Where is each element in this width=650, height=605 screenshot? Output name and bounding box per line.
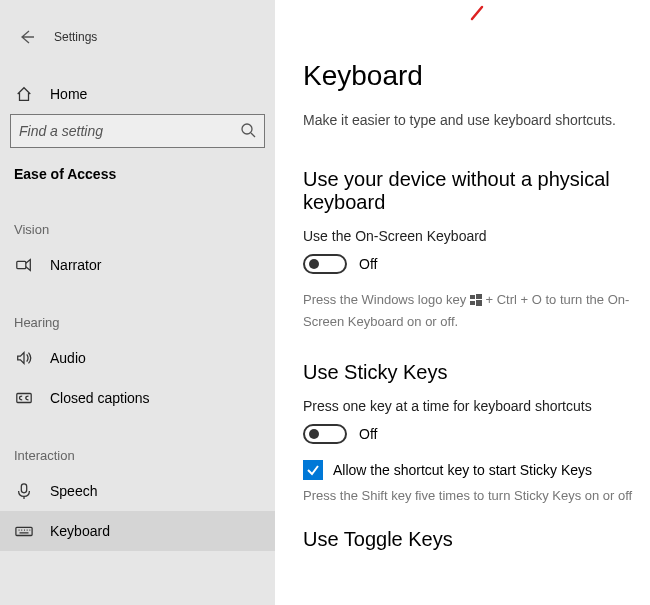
svg-rect-4	[16, 527, 32, 535]
osk-toggle[interactable]	[303, 254, 347, 274]
page-title: Keyboard	[303, 60, 650, 92]
sidebar-item-speech[interactable]: Speech	[0, 471, 275, 511]
sticky-shortcut-checkbox[interactable]	[303, 460, 323, 480]
home-icon	[14, 84, 34, 104]
narrator-icon	[14, 255, 34, 275]
osk-hint: Press the Windows logo key + Ctrl + O to…	[303, 290, 650, 331]
osk-toggle-state: Off	[359, 256, 377, 272]
sticky-toggle[interactable]	[303, 424, 347, 444]
sidebar-item-narrator[interactable]: Narrator	[0, 245, 275, 285]
section-heading-osk: Use your device without a physical keybo…	[303, 168, 650, 214]
main-panel: Keyboard Make it easier to type and use …	[275, 0, 650, 605]
osk-label: Use the On-Screen Keyboard	[303, 228, 650, 244]
group-vision: Vision	[0, 192, 275, 245]
sidebar-item-closed-captions[interactable]: Closed captions	[0, 378, 275, 418]
sidebar-item-label: Keyboard	[50, 523, 110, 539]
search-input[interactable]	[10, 114, 265, 148]
sidebar-item-label: Audio	[50, 350, 86, 366]
audio-icon	[14, 348, 34, 368]
sidebar-item-label: Narrator	[50, 257, 101, 273]
sidebar-item-label: Speech	[50, 483, 97, 499]
section-heading-togglekeys: Use Toggle Keys	[303, 528, 650, 551]
back-icon[interactable]	[18, 28, 36, 46]
microphone-icon	[14, 481, 34, 501]
svg-rect-5	[470, 295, 475, 299]
page-subtitle: Make it easier to type and use keyboard …	[303, 112, 650, 128]
sticky-hint: Press the Shift key five times to turn S…	[303, 486, 650, 506]
group-hearing: Hearing	[0, 285, 275, 338]
search-field[interactable]	[19, 123, 240, 139]
sidebar-item-label: Home	[50, 86, 87, 102]
sticky-label: Press one key at a time for keyboard sho…	[303, 398, 650, 414]
keyboard-icon	[14, 521, 34, 541]
sidebar-item-keyboard[interactable]: Keyboard	[0, 511, 275, 551]
sidebar-item-audio[interactable]: Audio	[0, 338, 275, 378]
sidebar-item-label: Closed captions	[50, 390, 150, 406]
svg-point-0	[242, 124, 252, 134]
group-interaction: Interaction	[0, 418, 275, 471]
svg-rect-7	[470, 301, 475, 305]
section-title: Ease of Access	[0, 162, 275, 192]
windows-logo-icon	[470, 292, 482, 312]
section-heading-sticky: Use Sticky Keys	[303, 361, 650, 384]
search-icon	[240, 122, 256, 141]
window-title: Settings	[54, 30, 97, 44]
svg-rect-1	[17, 261, 26, 268]
sidebar-item-home[interactable]: Home	[0, 74, 275, 114]
sticky-checkbox-label: Allow the shortcut key to start Sticky K…	[333, 462, 592, 478]
sidebar: Settings Home Ease of Access Vision Narr…	[0, 0, 275, 605]
sticky-toggle-state: Off	[359, 426, 377, 442]
closed-captions-icon	[14, 388, 34, 408]
svg-rect-3	[21, 484, 26, 493]
